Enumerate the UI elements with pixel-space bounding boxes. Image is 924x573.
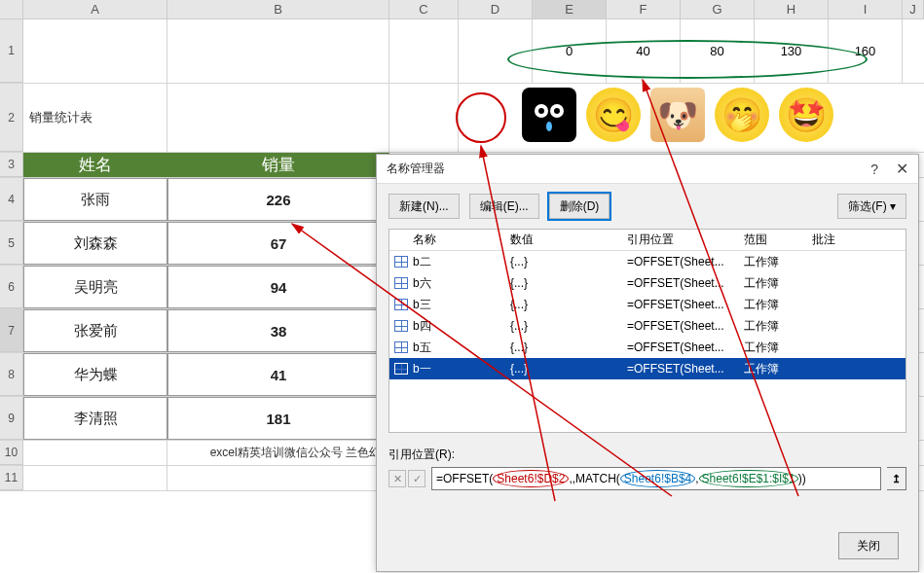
- name-manager-dialog[interactable]: 名称管理器 ? ✕ 新建(N)... 编辑(E)... 删除(D) 筛选(F) …: [376, 154, 919, 572]
- emoji-row: 😋 🐶 🤭 🤩: [522, 88, 833, 142]
- dialog-title: 名称管理器: [387, 161, 445, 177]
- row-header-7[interactable]: 7: [0, 309, 23, 352]
- formula-seg-d2: Sheet6!$D$2: [493, 470, 569, 487]
- reference-input[interactable]: =OFFSET( Sheet6!$D$2 ,,MATCH( Sheet6!$B$…: [431, 467, 881, 490]
- row-header-4[interactable]: 4: [0, 178, 23, 221]
- list-item[interactable]: b二 {...} =OFFSET(Sheet... 工作簿: [389, 251, 906, 272]
- cell-A11[interactable]: [23, 466, 167, 490]
- table-icon: [394, 299, 408, 310]
- list-item-selected[interactable]: b一 {...} =OFFSET(Sheet... 工作簿: [389, 358, 906, 379]
- col-header-E[interactable]: E: [533, 0, 607, 18]
- table-row[interactable]: 张雨: [23, 178, 167, 221]
- dialog-toolbar: 新建(N)... 编辑(E)... 删除(D) 筛选(F) ▾: [388, 194, 906, 219]
- names-list[interactable]: 名称 数值 引用位置 范围 批注 b二 {...} =OFFSET(Sheet.…: [388, 229, 906, 433]
- list-col-scope[interactable]: 范围: [740, 232, 808, 248]
- row-header-3[interactable]: 3: [0, 153, 23, 177]
- col-header-A[interactable]: A: [23, 0, 167, 18]
- table-row[interactable]: 41: [167, 353, 389, 396]
- col-header-D[interactable]: D: [459, 0, 533, 18]
- table-row[interactable]: 张爱前: [23, 309, 167, 352]
- table-row[interactable]: 刘森森: [23, 222, 167, 265]
- emoji-icon: 🤩: [779, 88, 833, 142]
- cell-F1[interactable]: 40: [607, 19, 681, 83]
- delete-button[interactable]: 删除(D): [549, 194, 610, 219]
- list-item[interactable]: b三 {...} =OFFSET(Sheet... 工作簿: [389, 294, 906, 315]
- row-header-10[interactable]: 10: [0, 441, 23, 465]
- column-headers: A B C D E F G H I J: [0, 0, 924, 19]
- col-header-I[interactable]: I: [829, 0, 903, 18]
- new-button[interactable]: 新建(N)...: [388, 194, 460, 219]
- help-icon[interactable]: ?: [870, 161, 878, 177]
- cell-B1[interactable]: [167, 19, 389, 83]
- row-header-2[interactable]: 2: [0, 84, 23, 152]
- accept-ref-icon[interactable]: ✓: [408, 470, 425, 487]
- reference-label: 引用位置(R):: [388, 447, 906, 463]
- list-item[interactable]: b六 {...} =OFFSET(Sheet... 工作簿: [389, 272, 906, 294]
- row-header-1[interactable]: 1: [0, 19, 23, 83]
- table-header-name[interactable]: 姓名: [23, 153, 167, 177]
- table-row[interactable]: 94: [167, 266, 389, 308]
- edit-button[interactable]: 编辑(E)...: [469, 194, 539, 219]
- table-row[interactable]: 38: [167, 309, 389, 352]
- table-row[interactable]: 李清照: [23, 397, 167, 440]
- table-row[interactable]: 67: [167, 222, 389, 265]
- col-header-B[interactable]: B: [167, 0, 389, 18]
- col-header-F[interactable]: F: [607, 0, 681, 18]
- cell-A1[interactable]: [23, 19, 167, 83]
- col-header-J[interactable]: J: [903, 0, 924, 18]
- list-item[interactable]: b五 {...} =OFFSET(Sheet... 工作簿: [389, 337, 906, 358]
- cell-B10-footnote[interactable]: excel精英培训微信公众号 兰色幻: [167, 441, 389, 465]
- table-row[interactable]: 华为蝶: [23, 353, 167, 396]
- emoji-icon: 😋: [586, 88, 641, 142]
- row-header-6[interactable]: 6: [0, 266, 23, 308]
- table-icon: [394, 363, 408, 375]
- list-item[interactable]: b四 {...} =OFFSET(Sheet... 工作簿: [389, 315, 906, 337]
- cancel-ref-icon[interactable]: ✕: [388, 470, 406, 487]
- close-icon[interactable]: ✕: [896, 160, 908, 178]
- list-col-ref[interactable]: 引用位置: [623, 232, 740, 248]
- cell-I1[interactable]: 160: [829, 19, 903, 83]
- close-button[interactable]: 关闭: [838, 532, 899, 559]
- cell-C2[interactable]: [389, 84, 459, 152]
- row-header-8[interactable]: 8: [0, 353, 23, 396]
- cell-G1[interactable]: 80: [681, 19, 755, 83]
- list-header: 名称 数值 引用位置 范围 批注: [389, 230, 906, 251]
- table-header-sales[interactable]: 销量: [167, 153, 389, 177]
- expand-ref-icon[interactable]: ↥: [887, 467, 906, 490]
- table-icon: [394, 256, 408, 268]
- cell-H1[interactable]: 130: [755, 19, 829, 83]
- cell-D1[interactable]: [459, 19, 533, 83]
- cell-B11[interactable]: [167, 466, 389, 490]
- col-header-G[interactable]: G: [681, 0, 755, 18]
- filter-button[interactable]: 筛选(F) ▾: [837, 194, 906, 219]
- cell-E1[interactable]: 0: [533, 19, 607, 83]
- col-header-C[interactable]: C: [389, 0, 459, 18]
- cell-C1[interactable]: [389, 19, 459, 83]
- formula-seg-b4: Sheet6!$B$4: [620, 470, 695, 487]
- formula-seg-range: Sheet6!$E$1:$I$1: [699, 470, 798, 487]
- dialog-titlebar[interactable]: 名称管理器 ? ✕: [377, 155, 918, 184]
- table-row[interactable]: 吴明亮: [23, 266, 167, 308]
- svg-point-3: [554, 108, 560, 114]
- svg-point-2: [538, 108, 544, 114]
- cell-A10[interactable]: [23, 441, 167, 465]
- table-row[interactable]: 226: [167, 178, 389, 221]
- table-row[interactable]: 181: [167, 397, 389, 440]
- svg-point-4: [546, 122, 552, 131]
- list-col-note[interactable]: 批注: [808, 232, 896, 248]
- row-header-11[interactable]: 11: [0, 466, 23, 490]
- cell-B2[interactable]: [167, 84, 389, 152]
- emoji-icon: 🐶: [650, 88, 705, 142]
- row-header-9[interactable]: 9: [0, 397, 23, 440]
- cell-A2-title[interactable]: 销量统计表: [23, 84, 167, 152]
- table-icon: [394, 341, 408, 353]
- select-all-corner[interactable]: [0, 0, 23, 18]
- row-header-5[interactable]: 5: [0, 222, 23, 265]
- list-col-name[interactable]: 名称: [409, 232, 506, 248]
- annotation-circle-red: [456, 92, 506, 143]
- col-header-H[interactable]: H: [755, 0, 829, 18]
- table-icon: [394, 277, 408, 289]
- table-icon: [394, 320, 408, 332]
- emoji-icon: 🤭: [715, 88, 769, 142]
- list-col-value[interactable]: 数值: [506, 232, 623, 248]
